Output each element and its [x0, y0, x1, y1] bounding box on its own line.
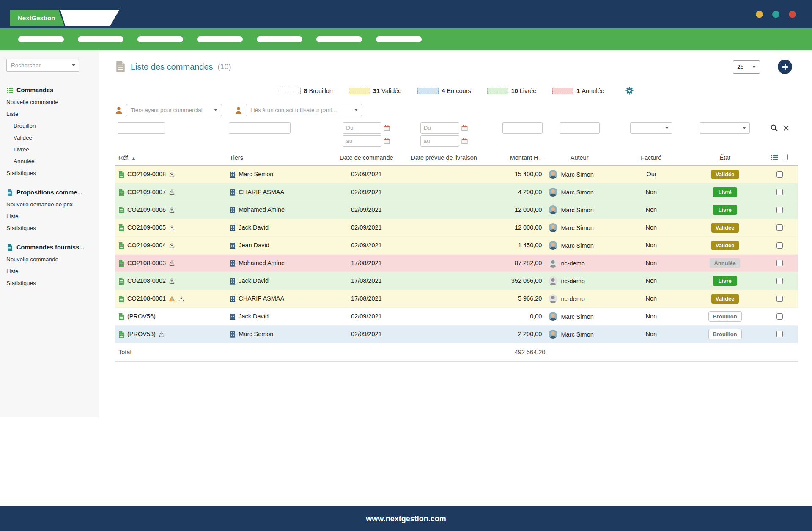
column-header-label[interactable]: Réf.	[118, 154, 130, 161]
row-checkbox[interactable]	[776, 313, 783, 320]
delivery-date-to-input[interactable]	[420, 135, 459, 147]
author-link[interactable]: Marc Simon	[561, 224, 593, 231]
status-filter-select[interactable]	[700, 122, 750, 134]
download-icon[interactable]	[169, 260, 175, 266]
thirdparty-link[interactable]: Jean David	[239, 242, 269, 249]
order-date-from-input[interactable]	[343, 122, 381, 134]
chevron-down-icon[interactable]	[72, 64, 75, 66]
row-checkbox[interactable]	[776, 242, 783, 249]
menu-item-redacted[interactable]	[197, 36, 243, 42]
order-ref-link[interactable]: (PROV53)	[127, 331, 156, 338]
column-header-label[interactable]: Auteur	[571, 154, 589, 161]
author-link[interactable]: nc-demo	[561, 295, 584, 302]
sidebar-item[interactable]: Liste	[0, 108, 99, 120]
list-fields-icon[interactable]	[771, 154, 778, 160]
order-row[interactable]: (PROV56) Jack David 02/09/2021 0,00 Marc…	[115, 307, 798, 325]
column-header-label[interactable]: Tiers	[230, 154, 243, 161]
clear-filters-icon[interactable]	[783, 125, 789, 132]
sidebar-search-input[interactable]	[6, 59, 79, 72]
page-size-select[interactable]: 25	[733, 60, 760, 74]
download-icon[interactable]	[169, 224, 175, 231]
calendar-icon[interactable]	[461, 125, 468, 131]
search-icon[interactable]	[770, 124, 778, 133]
sidebar-item[interactable]: Liste	[0, 266, 99, 277]
author-link[interactable]: Marc Simon	[561, 171, 593, 178]
sidebar-item[interactable]: Statistiques	[0, 167, 99, 179]
menu-item-redacted[interactable]	[78, 36, 123, 42]
row-checkbox[interactable]	[776, 171, 783, 178]
row-checkbox[interactable]	[776, 260, 783, 266]
sidebar-item[interactable]: Nouvelle commande	[0, 96, 99, 108]
thirdparty-link[interactable]: Jack David	[239, 278, 269, 285]
calendar-icon[interactable]	[461, 138, 468, 144]
order-ref-link[interactable]: CO2109-0005	[127, 224, 166, 231]
commercial-filter-select[interactable]: Tiers ayant pour commercial	[126, 104, 222, 116]
order-ref-link[interactable]: CO2108-0003	[127, 260, 166, 267]
author-link[interactable]: Marc Simon	[561, 206, 593, 213]
thirdparty-link[interactable]: CHARIF ASMAA	[239, 296, 284, 302]
author-link[interactable]: Marc Simon	[561, 331, 593, 337]
ref-filter-input[interactable]	[118, 122, 165, 134]
thirdparty-link[interactable]: Marc Semon	[239, 171, 273, 178]
author-link[interactable]: Marc Simon	[561, 313, 593, 320]
page-title[interactable]: Liste des commandes	[131, 62, 213, 72]
topbar-dot-red[interactable]	[789, 11, 796, 18]
download-icon[interactable]	[169, 242, 175, 249]
download-icon[interactable]	[169, 278, 175, 284]
sidebar-item[interactable]: Brouillon	[0, 120, 99, 132]
order-row[interactable]: CO2108-0001 CHARIF ASMAA 17/08/2021 5 96…	[115, 290, 798, 307]
row-checkbox[interactable]	[776, 296, 783, 302]
download-icon[interactable]	[169, 207, 175, 213]
download-icon[interactable]	[159, 331, 165, 337]
order-row[interactable]: (PROV53) Marc Semon 02/09/2021 2 200,00 …	[115, 325, 798, 343]
sidebar-item[interactable]: Liste	[0, 211, 99, 222]
order-ref-link[interactable]: CO2109-0004	[127, 242, 166, 249]
topbar-dot-yellow[interactable]	[756, 11, 763, 18]
sidebar-item[interactable]: Nouvelle demande de prix	[0, 199, 99, 211]
menu-item-redacted[interactable]	[316, 36, 362, 42]
amount-filter-input[interactable]	[502, 122, 543, 134]
order-date-to-input[interactable]	[343, 135, 381, 147]
sidebar-title-propositions[interactable]: Propositions comme...	[0, 186, 99, 199]
order-ref-link[interactable]: CO2109-0006	[127, 207, 166, 213]
sort-asc-icon[interactable]: ▲	[132, 156, 136, 161]
thirdparty-link[interactable]: Mohamed Amine	[239, 207, 285, 213]
order-ref-link[interactable]: CO2109-0008	[127, 171, 166, 178]
download-icon[interactable]	[178, 296, 184, 302]
column-header-label[interactable]: Montant HT	[510, 154, 542, 161]
row-checkbox[interactable]	[776, 278, 783, 284]
menu-item-redacted[interactable]	[137, 36, 183, 42]
menu-item-redacted[interactable]	[376, 36, 422, 42]
create-order-button[interactable]	[778, 60, 792, 74]
order-row[interactable]: CO2108-0002 Jack David 17/08/2021 352 06…	[115, 272, 798, 290]
billed-filter-select[interactable]	[630, 122, 672, 134]
topbar-dot-teal[interactable]	[772, 11, 779, 18]
order-row[interactable]: CO2109-0005 Jack David 02/09/2021 12 000…	[115, 219, 798, 236]
order-row[interactable]: CO2109-0008 Marc Semon 02/09/2021 15 400…	[115, 165, 798, 183]
legend-settings-button[interactable]	[625, 87, 634, 95]
row-checkbox[interactable]	[776, 207, 783, 213]
order-row[interactable]: CO2109-0006 Mohamed Amine 02/09/2021 12 …	[115, 201, 798, 219]
sidebar-item[interactable]: Validée	[0, 132, 99, 144]
thirdparty-link[interactable]: Marc Semon	[239, 331, 273, 338]
menu-item-redacted[interactable]	[257, 36, 302, 42]
order-ref-link[interactable]: CO2108-0002	[127, 278, 166, 285]
sidebar-item[interactable]: Statistiques	[0, 277, 99, 289]
thirdparty-link[interactable]: CHARIF ASMAA	[239, 189, 284, 196]
download-icon[interactable]	[169, 171, 175, 178]
order-row[interactable]: CO2108-0003 Mohamed Amine 17/08/2021 87 …	[115, 254, 798, 272]
column-header-label[interactable]: Date prévue de livraison	[411, 154, 477, 161]
sidebar-item[interactable]: Nouvelle commande	[0, 254, 99, 266]
app-logo[interactable]: NextGestion	[10, 10, 64, 26]
footer-url[interactable]: www.nextgestion.com	[366, 515, 446, 523]
row-checkbox[interactable]	[776, 224, 783, 231]
sidebar-title-fournisseurs[interactable]: Commandes fourniss...	[0, 241, 99, 254]
calendar-icon[interactable]	[384, 138, 390, 144]
author-link[interactable]: nc-demo	[561, 260, 584, 266]
column-header-label[interactable]: Facturé	[641, 154, 661, 161]
select-all-checkbox[interactable]	[782, 154, 788, 160]
author-link[interactable]: Marc Simon	[561, 242, 593, 249]
delivery-date-from-input[interactable]	[420, 122, 459, 134]
column-header-label[interactable]: État	[719, 154, 730, 161]
thirdparty-link[interactable]: Jack David	[239, 224, 269, 231]
